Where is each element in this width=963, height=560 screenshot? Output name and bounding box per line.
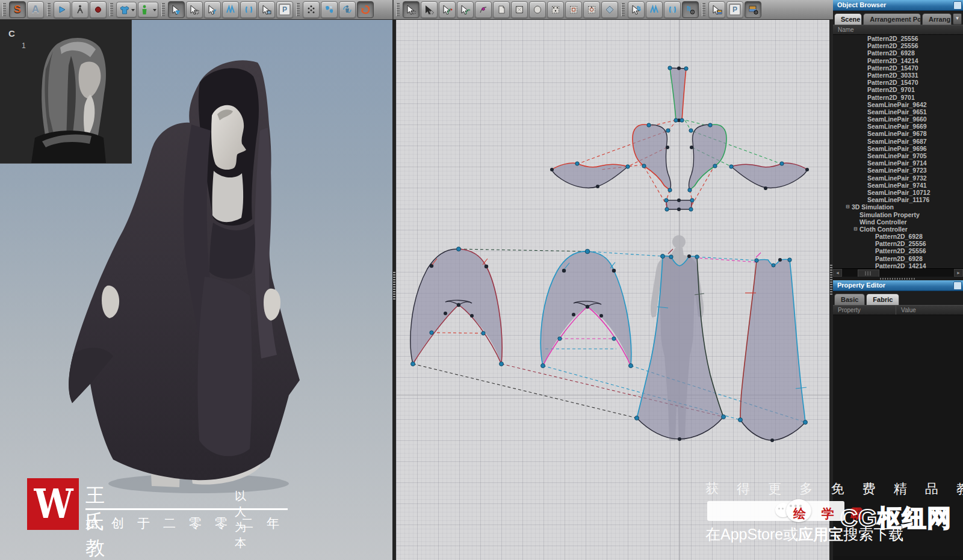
edit-curve-point-button[interactable] <box>457 1 474 18</box>
tree-item[interactable]: Pattern2D_15470 <box>833 79 963 86</box>
tab-scroll-button[interactable]: ▼ <box>953 13 962 25</box>
tree-item[interactable]: SeamLinePair_9741 <box>833 182 963 189</box>
tree-item[interactable]: Pattern2D_15470 <box>833 64 963 72</box>
add-point-button[interactable] <box>475 1 492 18</box>
transform-pattern-button[interactable] <box>403 1 420 18</box>
viewport-2d-patterns[interactable] <box>396 19 833 560</box>
tree-item[interactable]: Pattern2D_9701 <box>833 86 963 93</box>
toolbar-grip[interactable] <box>702 3 705 16</box>
segment-sewing-3d-button[interactable] <box>222 1 239 18</box>
rect-dart-tool-button[interactable] <box>565 1 582 18</box>
divider-handle-icon[interactable] <box>393 272 395 300</box>
select-texture-button[interactable] <box>708 1 725 18</box>
dart-tool-button[interactable] <box>547 1 564 18</box>
tree-item[interactable]: Simulation Property <box>833 211 963 218</box>
free-sewing-button[interactable] <box>664 1 681 18</box>
panel-collapse-icon[interactable] <box>953 282 962 290</box>
tree-item[interactable]: ⊟ Cloth Controller <box>833 226 963 233</box>
select-move-3d-button[interactable] <box>168 1 185 18</box>
pin-tool-button[interactable] <box>204 1 221 18</box>
tree-item[interactable]: Pattern2D_9701 <box>833 94 963 101</box>
tree-item[interactable]: Wind Controller <box>833 218 963 226</box>
tree-item[interactable]: Pattern2D_25556 <box>833 35 963 42</box>
scrollbar-track[interactable] <box>842 269 954 276</box>
texture-editor-button[interactable] <box>745 1 761 18</box>
tree-item[interactable]: SeamLinePair_11176 <box>833 196 963 203</box>
avatar-display-button[interactable] <box>339 1 356 18</box>
tree-item[interactable]: SeamLinePair_9642 <box>833 101 963 108</box>
tree-expander-icon[interactable]: ⊟ <box>846 203 852 211</box>
object-browser-tab[interactable]: Arrang <box>922 13 952 25</box>
tree-item[interactable]: Pattern2D_6928 <box>833 233 963 240</box>
panel-collapse-icon[interactable] <box>953 1 962 10</box>
tree-item[interactable]: Pattern2D_25556 <box>833 42 963 49</box>
ellipse-tool-button[interactable] <box>529 1 546 18</box>
tree-item[interactable]: SeamLinePair_9705 <box>833 152 963 159</box>
tree-item[interactable]: Pattern2D_30331 <box>833 72 963 79</box>
right-panel-splitter[interactable] <box>829 0 833 560</box>
tree-item[interactable]: SeamLinePair_9696 <box>833 145 963 152</box>
show-garment-button[interactable] <box>116 2 137 17</box>
scroll-left-icon[interactable]: ◄ <box>833 269 842 277</box>
diamond-dart-tool-button[interactable] <box>601 1 618 18</box>
scroll-right-icon[interactable]: ► <box>954 269 963 277</box>
toolbar-grip[interactable] <box>396 3 400 16</box>
free-sewing-3d-button[interactable] <box>240 1 257 18</box>
tree-item[interactable]: Pattern2D_6928 <box>833 49 963 57</box>
viewport-divider[interactable] <box>392 19 396 560</box>
select-pin-button[interactable] <box>258 1 275 18</box>
tree-item[interactable]: SeamLinePair_9732 <box>833 174 963 182</box>
object-browser-tab[interactable]: Scene <box>834 13 862 25</box>
tree-expander-icon[interactable]: ⊟ <box>853 226 859 233</box>
arrangement-points-button[interactable] <box>303 1 320 18</box>
tree-item[interactable]: Pattern2D_14214 <box>833 262 963 268</box>
object-browser-tab[interactable]: Arrangement Point <box>863 13 921 25</box>
tree-item-label: SeamLinePair_9741 <box>867 182 927 189</box>
splitter-handle-icon[interactable] <box>830 265 832 295</box>
animation-toggle-button[interactable]: A <box>27 1 44 18</box>
tree-item[interactable]: SeamLinePair_10712 <box>833 189 963 196</box>
record-button[interactable] <box>90 1 107 18</box>
property-editor-tabs: BasicFabric <box>833 291 963 305</box>
tree-item[interactable]: Pattern2D_25556 <box>833 240 963 247</box>
property-editor-tab[interactable]: Fabric <box>866 294 899 305</box>
object-browser-hscrollbar[interactable]: ◄ ► <box>833 268 963 277</box>
pattern-thumbnail-2d-button[interactable]: P <box>726 1 743 18</box>
tree-item[interactable]: SeamLinePair_9651 <box>833 108 963 115</box>
tree-item[interactable]: SeamLinePair_9687 <box>833 138 963 145</box>
show-pattern-pieces-button[interactable] <box>321 1 338 18</box>
tree-item[interactable]: Pattern2D_25556 <box>833 247 963 254</box>
pattern-thumbnail-button[interactable]: P <box>276 1 293 18</box>
round-dart-tool-button[interactable] <box>583 1 600 18</box>
toolbar-grip[interactable] <box>296 3 300 16</box>
toolbar-grip[interactable] <box>621 3 625 16</box>
sync-icon <box>361 5 370 14</box>
play-button[interactable] <box>54 1 70 18</box>
select-box-3d-button[interactable] <box>186 1 203 18</box>
tree-item[interactable]: Pattern2D_6928 <box>833 255 963 262</box>
tree-item[interactable]: SeamLinePair_9669 <box>833 123 963 130</box>
rectangle-tool-button[interactable] <box>511 1 528 18</box>
m-sewing-button[interactable] <box>646 1 663 18</box>
edit-curvature-button[interactable] <box>439 1 456 18</box>
segment-sewing-button[interactable] <box>628 1 645 18</box>
tree-item[interactable]: SeamLinePair_9678 <box>833 130 963 137</box>
walk-avatar-button[interactable] <box>72 1 88 18</box>
toolbar-grip[interactable] <box>110 3 113 16</box>
polygon-tool-button[interactable] <box>493 1 510 18</box>
tree-item[interactable]: SeamLinePair_9723 <box>833 167 963 174</box>
sync-garment-button[interactable] <box>357 1 374 18</box>
simulate-toggle-button[interactable]: S <box>9 1 26 18</box>
property-editor-tab[interactable]: Basic <box>834 294 865 305</box>
show-avatar-button[interactable] <box>138 2 158 17</box>
toolbar-grip[interactable] <box>47 3 51 16</box>
edit-pattern-button[interactable] <box>421 1 438 18</box>
edit-sewing-button[interactable] <box>682 1 699 18</box>
tree-item[interactable]: ⊟ 3D Simulation <box>833 203 963 211</box>
toolbar-grip[interactable] <box>2 3 6 16</box>
tree-item[interactable]: SeamLinePair_9660 <box>833 115 963 123</box>
tree-item-label: Pattern2D_14214 <box>867 57 918 64</box>
toolbar-grip[interactable] <box>161 3 165 16</box>
tree-item[interactable]: SeamLinePair_9714 <box>833 159 963 167</box>
tree-item[interactable]: Pattern2D_14214 <box>833 57 963 64</box>
